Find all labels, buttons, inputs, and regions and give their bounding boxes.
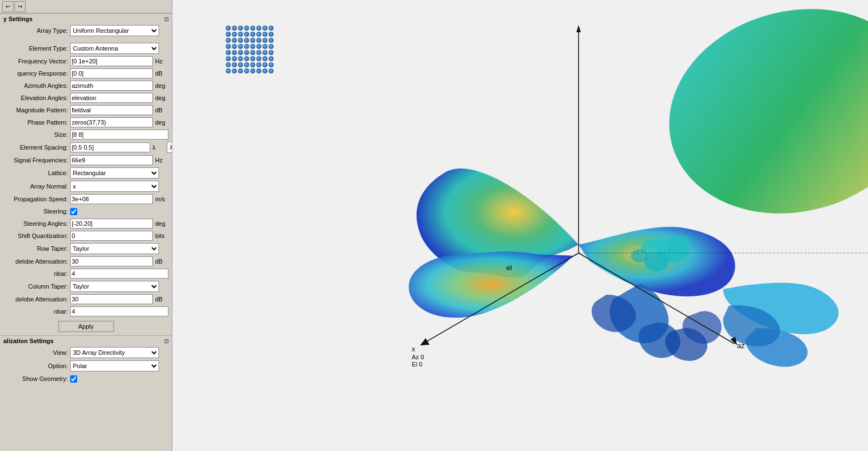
azimuth-angles-label: Azimuth Angles: — [3, 82, 70, 89]
steering-checkbox[interactable] — [70, 208, 77, 215]
svg-point-6 — [673, 235, 691, 249]
prop-speed-label: Propagation Speed: — [3, 196, 70, 202]
lattice-select[interactable]: Rectangular Triangular — [70, 167, 159, 179]
shift-quant-row: Shift Quantization: bits — [0, 230, 172, 242]
phase-pattern-input[interactable] — [70, 117, 153, 127]
shift-quant-label: Shift Quantization: — [3, 232, 70, 239]
nbar1-input[interactable] — [70, 269, 168, 279]
element-type-label: Element Type: — [3, 45, 70, 52]
steering-angles-unit: deg — [155, 220, 168, 227]
signal-freq-input[interactable] — [70, 155, 153, 165]
svg-point-5 — [654, 238, 670, 249]
prop-speed-input[interactable] — [70, 194, 153, 204]
x-axis-label: x — [412, 345, 415, 353]
steering-angles-row: Steering Angles: deg — [0, 217, 172, 230]
freq-vector-label: Frequency Vector: — [3, 58, 70, 65]
row-taper-label: Row Taper: — [3, 245, 70, 252]
array-normal-row: Array Normal: x y z — [0, 180, 172, 193]
signal-freq-row: Signal Frequencies: Hz — [0, 154, 172, 166]
left-panel: ↩ ↪ y Settings ⊡ Array Type: Uniform Rec… — [0, 0, 172, 451]
freq-response-row: quency Response: dB — [0, 67, 172, 80]
size-row: Size: — [0, 128, 172, 141]
sidelobe-atten2-label: delobe Attenuation: — [3, 296, 70, 303]
freq-response-label: quency Response: — [3, 70, 70, 77]
sidelobe-atten2-unit: dB — [155, 296, 168, 303]
view-row: View: 3D Array Directivity 2D Array Patt… — [0, 346, 172, 359]
svg-marker-8 — [577, 25, 581, 32]
sidelobe-atten2-input[interactable] — [70, 294, 153, 304]
column-taper-label: Column Taper: — [3, 283, 70, 290]
magnitude-pattern-input[interactable] — [70, 105, 153, 115]
array-type-select[interactable]: Uniform Rectangular Uniform Linear Custo… — [70, 25, 159, 36]
azimuth-angles-row: Azimuth Angles: deg — [0, 80, 172, 92]
viz-settings-title: alization Settings — [3, 338, 53, 344]
phase-pattern-label: Phase Pattern: — [3, 119, 70, 126]
svg-point-0 — [646, 0, 868, 241]
sidelobe-atten1-label: delobe Attenuation: — [3, 258, 70, 265]
option-label: Option: — [3, 363, 70, 369]
size-input[interactable] — [70, 130, 168, 140]
elevation-angles-input[interactable] — [70, 93, 153, 103]
nbar2-input[interactable] — [70, 306, 168, 316]
sidelobe-atten1-input[interactable] — [70, 256, 153, 266]
magnitude-pattern-row: Magnitude Pattern: dB — [0, 104, 172, 116]
option-select[interactable]: Polar Cartesian — [70, 360, 159, 371]
element-type-row: Element Type: Custom Antenna Isotropic — [0, 42, 172, 55]
nbar1-label: nbar: — [3, 270, 70, 277]
sidelobe-atten1-unit: dB — [155, 258, 168, 265]
signal-freq-label: Signal Frequencies: — [3, 157, 70, 163]
freq-vector-unit: Hz — [155, 58, 168, 65]
element-type-select[interactable]: Custom Antenna Isotropic — [70, 43, 159, 54]
view-select[interactable]: 3D Array Directivity 2D Array Pattern — [70, 347, 159, 358]
size-label: Size: — [3, 131, 70, 138]
phase-pattern-row: Phase Pattern: deg — [0, 116, 172, 128]
array-normal-select[interactable]: x y z — [70, 181, 159, 192]
sidelobe-atten1-row: delobe Attenuation: dB — [0, 255, 172, 267]
magnitude-pattern-unit: dB — [155, 107, 168, 113]
lattice-row: Lattice: Rectangular Triangular — [0, 166, 172, 180]
option-row: Option: Polar Cartesian — [0, 359, 172, 373]
freq-vector-row: Frequency Vector: Hz — [0, 55, 172, 67]
viz-settings-pin[interactable]: ⊡ — [164, 338, 168, 344]
freq-response-input[interactable] — [70, 68, 153, 78]
apply-button[interactable]: Apply — [58, 321, 114, 332]
prop-speed-row: Propagation Speed: m/s — [0, 193, 172, 205]
show-geometry-row: Show Geometry: — [0, 373, 172, 385]
column-taper-select[interactable]: Taylor None — [70, 281, 159, 292]
elevation-angles-row: Elevation Angles: deg — [0, 92, 172, 104]
element-spacing-unit-select[interactable]: λ m — [167, 142, 172, 153]
view-label: View: — [3, 349, 70, 356]
show-geometry-label: Show Geometry: — [3, 375, 70, 382]
steering-angles-input[interactable] — [70, 219, 153, 229]
elevation-angles-label: Elevation Angles: — [3, 95, 70, 101]
az-axis-label: az — [737, 341, 745, 350]
freq-vector-input[interactable] — [70, 56, 153, 66]
svg-point-4 — [631, 249, 649, 262]
azimuth-angles-input[interactable] — [70, 81, 153, 91]
toolbar: ↩ ↪ — [0, 0, 172, 13]
array-settings-pin[interactable]: ⊡ — [164, 16, 168, 22]
row-taper-select[interactable]: Taylor None — [70, 243, 159, 254]
signal-freq-unit: Hz — [155, 157, 168, 163]
array-settings-header: y Settings ⊡ — [0, 13, 172, 24]
nbar2-row: nbar: — [0, 305, 172, 318]
shift-quant-input[interactable] — [70, 231, 153, 241]
elevation-angles-unit: deg — [155, 95, 168, 101]
element-spacing-label: Element Spacing: — [3, 144, 70, 151]
redo-button[interactable]: ↪ — [14, 1, 26, 12]
nbar1-row: nbar: — [0, 267, 172, 280]
steering-label: Steering: — [3, 208, 70, 215]
nbar2-label: nbar: — [3, 308, 70, 315]
svg-text:Az 0: Az 0 — [412, 354, 424, 360]
viz-settings-header: alization Settings ⊡ — [0, 335, 172, 346]
array-normal-label: Array Normal: — [3, 183, 70, 190]
undo-button[interactable]: ↩ — [2, 1, 13, 12]
element-spacing-input[interactable] — [70, 142, 150, 152]
phase-pattern-unit: deg — [155, 119, 168, 126]
el-axis-label: el — [507, 264, 512, 272]
shift-quant-unit: bits — [155, 232, 168, 239]
show-geometry-checkbox[interactable] — [70, 375, 77, 383]
element-spacing-row: Element Spacing: λ λ m — [0, 141, 172, 154]
array-settings-title: y Settings — [3, 16, 33, 22]
array-type-label: Array Type: — [3, 27, 70, 34]
